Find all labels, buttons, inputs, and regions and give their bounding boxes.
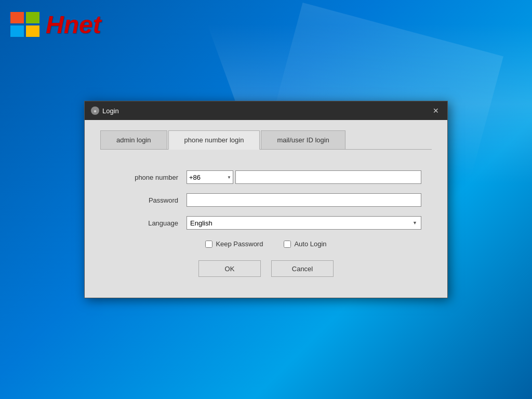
phone-input-group: +86 +1 +44 +81 [187,170,421,184]
password-row: Password [111,193,421,207]
keep-password-label: Keep Password [216,240,263,248]
auto-login-label: Auto Login [294,240,326,248]
phone-number-label: phone number [111,174,178,181]
language-label: Language [111,219,178,227]
dialog-body: admin login phone number login mail/user… [85,120,447,298]
tab-mail-login[interactable]: mail/user ID login [261,130,345,149]
dialog-titlebar: ● Login ✕ [85,101,447,120]
password-label: Password [111,196,178,204]
dialog-icon: ● [91,107,99,115]
password-input[interactable] [187,193,421,207]
dialog-title: Login [102,107,119,115]
titlebar-left: ● Login [91,107,119,115]
phone-code-wrapper: +86 +1 +44 +81 [187,170,233,184]
language-select-wrapper: English Chinese Japanese Korean [187,216,421,230]
login-dialog: ● Login ✕ admin login phone number login… [84,101,448,298]
auto-login-checkbox[interactable] [284,241,291,248]
tab-phone-login[interactable]: phone number login [168,130,260,150]
keep-password-checkbox[interactable] [205,241,212,248]
form-content: phone number +86 +1 +44 +81 [100,165,432,282]
tab-admin-login[interactable]: admin login [100,130,167,149]
checkbox-row: Keep Password Auto Login [111,240,421,248]
phone-number-row: phone number +86 +1 +44 +81 [111,170,421,184]
tab-bar: admin login phone number login mail/user… [100,130,432,150]
phone-number-input[interactable] [235,170,421,184]
language-select[interactable]: English Chinese Japanese Korean [187,216,421,230]
phone-code-select[interactable]: +86 +1 +44 +81 [187,170,233,184]
dialog-overlay: ● Login ✕ admin login phone number login… [0,0,532,399]
language-row: Language English Chinese Japanese Korean [111,216,421,230]
close-button[interactable]: ✕ [431,105,441,116]
cancel-button[interactable]: Cancel [271,260,334,277]
buttons-row: OK Cancel [111,260,421,277]
ok-button[interactable]: OK [198,260,261,277]
keep-password-item[interactable]: Keep Password [205,240,263,248]
auto-login-item[interactable]: Auto Login [284,240,326,248]
